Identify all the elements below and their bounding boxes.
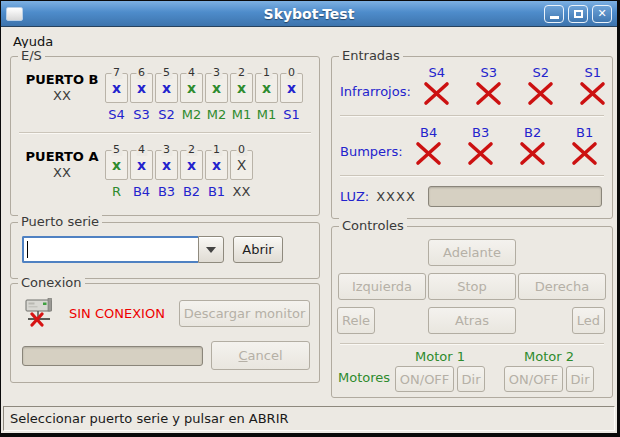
- maximize-button[interactable]: [568, 5, 588, 23]
- io-bit-label: XX: [233, 184, 251, 199]
- io-bit-label: S1: [283, 107, 300, 122]
- close-icon: ✕: [597, 8, 606, 19]
- sensor-s1: S1: [567, 65, 619, 106]
- sensor-label: B3: [472, 125, 489, 140]
- panel-puerto-serie: Puerto serie Abrir: [10, 222, 320, 279]
- motor-1-label: Motor 1: [415, 349, 465, 364]
- sensor-b1: B1: [559, 125, 611, 166]
- sensor-label: S4: [429, 65, 446, 80]
- io-bit-number: 5: [161, 66, 172, 79]
- sensor-b3: B3: [455, 125, 507, 166]
- io-bit-number: 4: [136, 143, 147, 156]
- minimize-button[interactable]: [544, 5, 564, 23]
- derecha-button[interactable]: Derecha: [518, 273, 606, 300]
- sensor-label: S3: [481, 65, 498, 80]
- io-bit-frame: 5x: [105, 150, 128, 180]
- panel-conexion: Conexion SIN CONEXION Descargar monitor: [10, 283, 320, 383]
- io-bit-1: 1xB1: [205, 143, 228, 199]
- io-bit-label: R: [112, 184, 121, 199]
- motor-2-dir-button[interactable]: Dir: [566, 366, 594, 392]
- red-x-icon: [525, 81, 556, 106]
- sensor-label: S1: [585, 65, 602, 80]
- conexion-progress-row: Cancel: [11, 330, 319, 370]
- motor-1-dir-button[interactable]: Dir: [457, 366, 485, 392]
- window-menu-icon[interactable]: [6, 7, 23, 21]
- motor-2-buttons: ON/OFF Dir: [504, 366, 594, 392]
- titlebar-buttons: ✕: [544, 5, 612, 23]
- io-bit-label: M1: [257, 107, 277, 122]
- led-button[interactable]: Led: [572, 307, 605, 334]
- io-bit-number: 1: [261, 66, 272, 79]
- statusbar-text: Seleccionar puerto serie y pulsar en ABR…: [10, 411, 289, 426]
- serial-port-input[interactable]: [22, 236, 198, 263]
- io-bit-number: 4: [186, 66, 197, 79]
- io-bit-label: B2: [183, 184, 200, 199]
- abrir-button[interactable]: Abrir: [233, 236, 283, 263]
- titlebar: Skybot-Test ✕: [1, 1, 617, 27]
- io-bit-5: 5xS2: [155, 66, 178, 122]
- io-bit-number: 2: [186, 143, 197, 156]
- io-bit-frame: 0X: [230, 150, 253, 180]
- panel-entradas: Entradas Infrarrojos: S4S3S2S1 Bumpers: …: [331, 56, 613, 219]
- io-bit-state: x: [137, 81, 146, 95]
- io-bit-number: 6: [136, 66, 147, 79]
- entradas-separator-1: [340, 115, 604, 117]
- io-bit-state: x: [262, 81, 271, 95]
- motores-label: Motores: [338, 370, 390, 392]
- io-bit-frame: 5x: [155, 73, 178, 103]
- motor-1-onoff-button[interactable]: ON/OFF: [395, 366, 454, 392]
- io-bit-label: M2: [182, 107, 202, 122]
- stop-button[interactable]: Stop: [428, 273, 516, 300]
- sensor-label: B1: [576, 125, 593, 140]
- adelante-button[interactable]: Adelante: [428, 239, 516, 266]
- io-bit-state: x: [237, 81, 246, 95]
- io-bit-number: 0: [286, 66, 297, 79]
- io-bit-number: 0: [236, 143, 247, 156]
- io-bit-number: 3: [211, 66, 222, 79]
- control-row-2: Izquierda Stop Derecha: [332, 273, 612, 300]
- sensor-label: B4: [420, 125, 437, 140]
- panel-es-legend: E/S: [18, 48, 45, 64]
- io-bit-frame: 3x: [155, 150, 178, 180]
- luz-progressbar: [428, 186, 602, 207]
- io-bit-5: 5xR: [105, 143, 128, 199]
- io-bit-4: 4xM2: [180, 66, 203, 122]
- statusbar: Seleccionar puerto serie y pulsar en ABR…: [3, 406, 615, 431]
- menubar: Ayuda: [1, 28, 617, 55]
- descargar-monitor-button[interactable]: Descargar monitor: [179, 300, 310, 327]
- io-bit-label: M2: [207, 107, 227, 122]
- combobox-dropdown-button[interactable]: [198, 236, 224, 263]
- infrarrojos-row: Infrarrojos: S4S3S2S1: [332, 57, 612, 111]
- io-bit-label: S4: [108, 107, 125, 122]
- motores-row: Motores Motor 1 ON/OFF Dir Motor 2 ON/OF…: [332, 345, 612, 392]
- io-bit-frame: 2x: [230, 73, 253, 103]
- io-bit-state: x: [162, 158, 171, 172]
- sensor-s2: S2: [515, 65, 567, 106]
- io-bit-state: x: [112, 81, 121, 95]
- io-bit-7: 7xS4: [105, 66, 128, 122]
- motor-2-onoff-button[interactable]: ON/OFF: [504, 366, 563, 392]
- panel-conexion-legend: Conexion: [18, 275, 85, 291]
- atras-button[interactable]: Atras: [428, 307, 516, 334]
- bumpers-label: Bumpers:: [340, 144, 403, 166]
- control-buttons: Adelante Izquierda Stop Derecha Rele Atr…: [332, 227, 612, 334]
- cancel-button[interactable]: Cancel: [211, 341, 310, 370]
- izquierda-button[interactable]: Izquierda: [338, 273, 426, 300]
- motor-1-group: Motor 1 ON/OFF Dir: [395, 349, 485, 392]
- connection-status-text: SIN CONEXION: [69, 306, 165, 321]
- io-bit-frame: 7x: [105, 73, 128, 103]
- io-bit-4: 4xB4: [130, 143, 153, 199]
- no-connection-icon: [22, 296, 56, 330]
- chevron-down-icon: [206, 247, 216, 253]
- sensor-label: S2: [533, 65, 550, 80]
- io-bit-state: x: [187, 158, 196, 172]
- puerto-a-value: XX: [19, 165, 105, 181]
- close-button[interactable]: ✕: [592, 5, 612, 23]
- rele-button[interactable]: Rele: [337, 307, 375, 334]
- red-x-icon: [465, 141, 496, 166]
- io-bit-number: 5: [111, 143, 122, 156]
- puerto-a-name: PUERTO A XX: [19, 149, 105, 182]
- io-bit-2: 2xB2: [180, 143, 203, 199]
- puerto-b-name: PUERTO B XX: [19, 72, 105, 105]
- red-x-icon: [577, 81, 608, 106]
